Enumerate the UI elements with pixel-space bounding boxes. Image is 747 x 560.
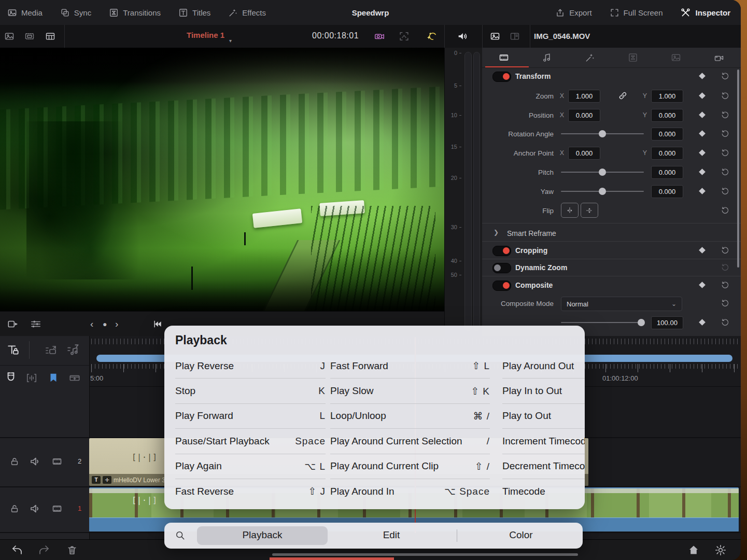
sync-button[interactable]: Sync (60, 8, 91, 18)
transform-reset-icon[interactable] (721, 72, 729, 80)
tab-edit[interactable]: Edit (383, 529, 400, 541)
tab-playback[interactable]: Playback (242, 529, 282, 541)
shortcut-row[interactable]: Increment Timecode (502, 429, 585, 454)
position-x-input[interactable]: 0.000 (568, 109, 600, 122)
shortcut-row[interactable]: Pause/Start PlaybackSpace (175, 429, 326, 454)
timeline-horizontal-scrollbar[interactable] (272, 553, 578, 556)
shortcut-row[interactable]: Loop/Unloop⌘ / (330, 404, 490, 429)
transform-keyframe-icon[interactable] (699, 73, 706, 79)
cropping-keyframe-icon[interactable] (699, 247, 706, 254)
rotation-reset-icon[interactable] (721, 129, 729, 138)
position-reset-icon[interactable] (721, 110, 729, 119)
playhead-marker-button[interactable]: ● (103, 320, 107, 328)
shortcut-row[interactable]: Fast Forward⇧ L (330, 354, 490, 379)
shortcut-row[interactable]: Fast Reverse⇧ J (175, 479, 326, 503)
clip-preview-icon[interactable] (6, 318, 20, 330)
track1-lock-icon[interactable] (9, 503, 20, 514)
shortcut-row[interactable]: Play ForwardL (175, 404, 326, 429)
transform-toggle[interactable] (492, 72, 511, 82)
effects-button[interactable]: Effects (228, 8, 266, 18)
zoom-y-input[interactable]: 1.000 (651, 90, 683, 103)
zoom-x-input[interactable]: 1.000 (568, 90, 600, 103)
redo-button[interactable] (37, 544, 51, 556)
smart-reframe-row[interactable]: ❯ Smart Reframe (482, 224, 741, 241)
prev-frame-button[interactable]: ‹ (90, 318, 93, 330)
shortcut-row[interactable]: Play ReverseJ (175, 354, 326, 379)
yaw-reset-icon[interactable] (721, 187, 729, 195)
anchor-reset-icon[interactable] (721, 148, 729, 157)
insert-clip-icon[interactable] (44, 344, 59, 357)
shortcut-row[interactable]: Timecode (502, 479, 585, 503)
composite-reset-icon[interactable] (721, 281, 729, 289)
settings-gear-button[interactable] (714, 544, 727, 556)
anchor-keyframe-icon[interactable] (699, 149, 706, 156)
shortcut-row[interactable]: Play Around Current Selection/ (330, 429, 490, 454)
opacity-input[interactable]: 100.00 (651, 316, 683, 329)
insert-audio-icon[interactable] (66, 343, 81, 357)
track2-speaker-icon[interactable] (29, 455, 41, 468)
delete-button[interactable] (66, 544, 78, 556)
titles-button[interactable]: Titles (178, 8, 210, 18)
zoom-link-icon[interactable] (618, 91, 628, 101)
skip-to-start-button[interactable] (151, 319, 164, 329)
opacity-slider[interactable] (561, 322, 643, 323)
zoom-keyframe-icon[interactable] (699, 92, 706, 99)
shortcut-row[interactable]: Play Around Out (502, 354, 585, 379)
snapping-magnet-icon[interactable] (4, 371, 18, 385)
mixer-icon[interactable] (29, 318, 43, 330)
dynamic-zoom-reset-icon[interactable] (721, 263, 729, 272)
audio-meter-speaker-icon[interactable] (456, 31, 469, 42)
shortcut-row[interactable]: Play In to Out (502, 379, 585, 403)
position-keyframe-icon[interactable] (699, 111, 706, 118)
opacity-keyframe-icon[interactable] (699, 319, 706, 326)
grab-still-icon[interactable] (373, 31, 386, 42)
undo-button[interactable] (10, 544, 24, 556)
shortcut-row[interactable]: Decrement Timecode (502, 454, 585, 479)
composite-keyframe-icon[interactable] (699, 282, 706, 288)
tab-video[interactable] (482, 48, 525, 67)
enhance-icon[interactable] (425, 31, 438, 43)
tab-effects[interactable] (568, 48, 611, 67)
timeline-view-icon[interactable] (24, 31, 35, 41)
media-pool-icon[interactable] (4, 31, 15, 41)
flip-horizontal-button[interactable] (561, 203, 579, 218)
composite-toggle[interactable] (492, 281, 511, 291)
fullscreen-button[interactable]: Full Screen (610, 8, 663, 18)
export-button[interactable]: Export (555, 8, 591, 18)
inspector-scrollbar[interactable] (737, 69, 739, 268)
search-icon[interactable] (175, 530, 186, 541)
cropping-reset-icon[interactable] (721, 246, 729, 255)
cropping-toggle[interactable] (492, 246, 511, 256)
transform-overlay-icon[interactable] (398, 31, 410, 42)
track1-filmstrip-icon[interactable] (51, 503, 63, 514)
composite-mode-dropdown[interactable]: Normal ⌄ (561, 297, 682, 311)
yaw-keyframe-icon[interactable] (699, 188, 706, 194)
dual-panel-icon[interactable] (509, 31, 520, 41)
shortcut-row[interactable]: Play Again⌥ L (175, 454, 326, 479)
timeline-selector[interactable]: Timeline 1 ▾ (187, 31, 224, 39)
transitions-button[interactable]: Transitions (109, 8, 161, 18)
rotation-input[interactable]: 0.000 (651, 128, 683, 141)
media-button[interactable]: Media (7, 8, 43, 18)
yaw-slider[interactable] (561, 191, 644, 192)
shortcut-row[interactable]: Play Around Current Clip⇧ / (330, 454, 490, 479)
yaw-input[interactable]: 0.000 (651, 185, 683, 198)
shortcut-row[interactable]: StopK (175, 379, 326, 403)
flip-vertical-button[interactable] (581, 203, 598, 218)
tab-transition[interactable] (612, 48, 655, 67)
rotation-slider[interactable] (561, 133, 644, 134)
clip-inspector-icon[interactable] (489, 31, 501, 41)
track2-lock-icon[interactable] (9, 456, 20, 467)
tab-file[interactable] (698, 48, 741, 67)
next-frame-button[interactable]: › (115, 318, 118, 330)
anchor-y-input[interactable]: 0.000 (651, 147, 683, 160)
tab-audio[interactable] (525, 48, 568, 67)
opacity-reset-icon[interactable] (721, 318, 729, 327)
audio-waveform-icon[interactable] (25, 372, 38, 384)
composite-mode-reset-icon[interactable] (721, 299, 729, 307)
rotation-keyframe-icon[interactable] (699, 130, 706, 137)
shortcut-row[interactable]: Play Around In⌥ Space (330, 479, 490, 503)
dynamic-zoom-toggle[interactable] (492, 263, 511, 273)
track1-speaker-icon[interactable] (29, 502, 41, 515)
pitch-reset-icon[interactable] (721, 167, 729, 176)
